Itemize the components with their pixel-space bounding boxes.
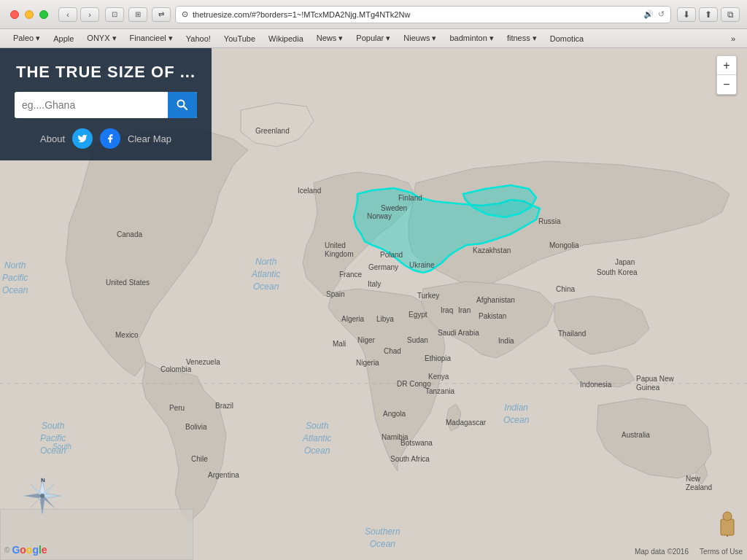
close-button[interactable] bbox=[10, 10, 19, 19]
right-icons: ⬇ ⬆ ⧉ bbox=[677, 7, 747, 22]
url-text: thetruesize.com/#?borders=1~!MTcxMDA2Njg… bbox=[193, 10, 639, 19]
bookmark-wikipedia[interactable]: Wikipedia bbox=[263, 33, 309, 44]
social-row: About Clear Map bbox=[15, 128, 197, 149]
duplicate-button[interactable]: ⧉ bbox=[721, 7, 740, 22]
title-bar: ‹ › ⊡ ⊞ ⇄ ⊙ thetruesize.com/#?borders=1~… bbox=[0, 0, 747, 29]
forward-button[interactable]: › bbox=[80, 7, 99, 22]
zoom-in-button[interactable]: + bbox=[717, 56, 736, 75]
svg-rect-14 bbox=[721, 519, 734, 535]
bookmark-more[interactable]: » bbox=[727, 33, 740, 44]
bookmark-badminton[interactable]: badminton ▾ bbox=[444, 32, 499, 44]
terms-of-use-link[interactable]: Terms of Use bbox=[700, 548, 743, 556]
google-logo-g: G bbox=[12, 544, 20, 556]
site-title: THE TRUE SIZE OF ... bbox=[15, 63, 197, 82]
bookmark-paleo[interactable]: Paleo ▾ bbox=[7, 32, 46, 44]
bookmark-yahoo[interactable]: Yahoo! bbox=[180, 33, 217, 44]
clear-map-link[interactable]: Clear Map bbox=[128, 133, 171, 144]
bookmarks-bar: Paleo ▾ Apple ONYX ▾ Financieel ▾ Yahoo!… bbox=[0, 29, 747, 48]
search-box bbox=[15, 92, 197, 118]
bookmark-youtube[interactable]: YouTube bbox=[218, 33, 261, 44]
zoom-out-button[interactable]: − bbox=[717, 75, 736, 94]
google-logo-g2: g bbox=[32, 544, 39, 556]
bookmark-financieel[interactable]: Financieel ▾ bbox=[124, 32, 179, 44]
map-controls: + − bbox=[716, 55, 737, 95]
grid-button[interactable]: ⊞ bbox=[128, 7, 147, 22]
search-input[interactable] bbox=[15, 99, 168, 111]
about-link[interactable]: About bbox=[40, 133, 65, 144]
search-button[interactable] bbox=[168, 92, 197, 118]
sidebar: THE TRUE SIZE OF ... About bbox=[0, 48, 212, 160]
address-bar-container: ⊡ ⊞ ⇄ ⊙ thetruesize.com/#?borders=1~!MTc… bbox=[99, 6, 677, 23]
streetview-icon[interactable] bbox=[718, 510, 737, 540]
nav-buttons: ‹ › bbox=[48, 7, 99, 22]
bookmark-news[interactable]: News ▾ bbox=[311, 32, 349, 44]
bookmark-fitness[interactable]: fitness ▾ bbox=[501, 32, 543, 44]
bookmark-domotica[interactable]: Domotica bbox=[544, 33, 589, 44]
svg-point-12 bbox=[40, 494, 44, 498]
map-copyright: Map data ©2016 bbox=[635, 548, 689, 556]
compass: N bbox=[20, 474, 64, 518]
bookmark-onyx[interactable]: ONYX ▾ bbox=[81, 32, 122, 44]
map-terms[interactable]: Terms of Use bbox=[700, 548, 743, 556]
google-logo-e: e bbox=[42, 544, 47, 556]
google-attribution: © Google bbox=[4, 544, 47, 556]
minimize-button[interactable] bbox=[25, 10, 34, 19]
facebook-button[interactable] bbox=[100, 128, 120, 149]
google-logo-o1: o bbox=[20, 544, 26, 556]
bookmark-popular[interactable]: Popular ▾ bbox=[350, 32, 396, 44]
svg-text:N: N bbox=[41, 477, 45, 483]
traffic-lights bbox=[0, 10, 48, 19]
address-bar[interactable]: ⊙ thetruesize.com/#?borders=1~!MTcxMDA2N… bbox=[175, 6, 671, 23]
bookmark-nieuws[interactable]: Nieuws ▾ bbox=[398, 32, 442, 44]
svg-line-2 bbox=[184, 106, 187, 110]
tabs-button[interactable]: ⊡ bbox=[105, 7, 124, 22]
maximize-button[interactable] bbox=[39, 10, 48, 19]
download-button[interactable]: ⬇ bbox=[677, 7, 696, 22]
twitter-button[interactable] bbox=[72, 128, 93, 149]
svg-point-15 bbox=[723, 512, 732, 521]
bookmark-apple[interactable]: Apple bbox=[47, 33, 80, 44]
main-content: NorthPacificOcean NorthAtlanticOcean Sou… bbox=[0, 48, 747, 560]
share-button[interactable]: ⬆ bbox=[699, 7, 718, 22]
back-button[interactable]: ‹ bbox=[58, 7, 77, 22]
arrow-button[interactable]: ⇄ bbox=[152, 7, 171, 22]
